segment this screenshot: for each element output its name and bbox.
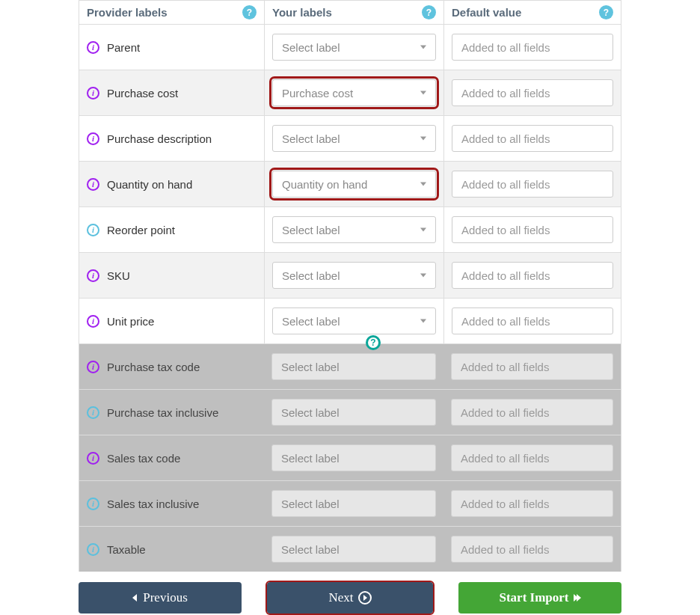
info-icon[interactable]: i [87, 87, 99, 100]
label-select: Select label [271, 490, 436, 517]
your-label-cell: Select label [264, 253, 443, 298]
label-select[interactable]: Select label [272, 216, 436, 243]
provider-label: Purchase cost [107, 87, 178, 100]
provider-label: Purchase tax inclusive [107, 406, 218, 419]
info-icon[interactable]: i [87, 498, 99, 510]
your-label-cell: Select label [264, 299, 443, 343]
help-icon[interactable]: ? [599, 5, 613, 19]
table-row: iReorder pointSelect label [79, 207, 621, 253]
info-icon[interactable]: i [87, 132, 99, 145]
start-import-button[interactable]: Start Import [458, 582, 621, 614]
chevron-down-icon [420, 319, 426, 323]
default-value-input[interactable] [452, 34, 613, 61]
provider-label: Unit price [107, 315, 154, 328]
provider-label: Quantity on hand [107, 178, 192, 191]
label-select[interactable]: Select label [272, 262, 436, 289]
label-select[interactable]: Purchase cost [272, 79, 436, 106]
label-select: Select label [271, 353, 436, 380]
your-label-cell: Quantity on hand [264, 162, 443, 206]
provider-label-cell: iPurchase description [79, 116, 264, 161]
label-select[interactable]: Quantity on hand [272, 171, 436, 198]
arrow-left-icon [132, 590, 138, 605]
default-value-cell [443, 344, 621, 389]
chevron-down-icon [420, 91, 426, 95]
provider-label-cell: iPurchase tax code [79, 344, 264, 389]
chevron-down-icon [420, 228, 426, 232]
table-row: iPurchase costPurchase cost [79, 70, 621, 116]
info-icon[interactable]: i [87, 315, 99, 328]
provider-label-cell: iTaxable [79, 527, 264, 572]
provider-label-cell: iUnit price [79, 299, 264, 343]
provider-label-cell: iPurchase cost [79, 70, 264, 115]
help-icon[interactable]: ? [422, 5, 436, 19]
info-icon[interactable]: i [87, 452, 99, 465]
chevron-down-icon [420, 183, 426, 186]
default-value-input[interactable] [452, 125, 613, 152]
provider-label-cell: iReorder point [79, 207, 264, 252]
your-label-cell: Select label [264, 25, 443, 70]
default-value-input[interactable] [452, 308, 613, 334]
table-row: iSKUSelect label [79, 253, 621, 299]
label-select[interactable]: Select label [272, 34, 436, 61]
chevron-down-icon [420, 137, 426, 141]
select-value: Select label [281, 361, 340, 373]
info-icon[interactable]: i [87, 406, 99, 419]
info-icon[interactable]: i [87, 41, 99, 54]
default-value-cell [443, 25, 621, 70]
select-value: Quantity on hand [282, 178, 367, 191]
default-value-cell [443, 116, 621, 161]
provider-label: Sales tax code [107, 452, 180, 465]
default-value-cell [443, 481, 621, 526]
info-icon[interactable]: i [87, 224, 99, 236]
default-value-cell [443, 390, 621, 435]
select-value: Select label [282, 132, 340, 145]
table-row: iTaxableSelect label [79, 527, 621, 572]
default-value-input[interactable] [452, 262, 613, 289]
info-icon[interactable]: i [87, 269, 99, 282]
header-provider-labels: Provider labels ? [79, 1, 264, 24]
your-label-cell: Select label [264, 344, 443, 389]
your-label-cell: Select label [264, 390, 443, 435]
default-value-input[interactable] [452, 216, 613, 243]
header-default-value: Default value ? [443, 1, 621, 24]
provider-label-cell: iPurchase tax inclusive [79, 390, 264, 435]
default-value-input[interactable] [452, 171, 613, 198]
mapping-table: Provider labels ? Your labels ? Default … [79, 0, 621, 572]
info-icon[interactable]: i [87, 543, 99, 556]
select-value: Select label [282, 41, 340, 54]
provider-label-cell: iSKU [79, 253, 264, 298]
provider-label: Sales tax inclusive [107, 498, 199, 510]
provider-label: Purchase description [107, 132, 212, 145]
default-value-cell [443, 207, 621, 252]
provider-label: Parent [107, 41, 140, 54]
select-value: Select label [281, 498, 340, 510]
footer-buttons: Previous Next Start Import [79, 582, 621, 614]
your-label-cell: Select label [264, 207, 443, 252]
label-select: Select label [271, 444, 436, 471]
header-your-labels: Your labels ? [264, 1, 443, 24]
arrow-right-circle-icon [358, 591, 372, 605]
provider-label-cell: iQuantity on hand [79, 162, 264, 206]
previous-button[interactable]: Previous [79, 582, 242, 614]
next-button[interactable]: Next [267, 582, 433, 614]
label-select: Select label [271, 399, 436, 426]
default-value-input [451, 444, 613, 471]
default-value-cell [443, 253, 621, 298]
default-value-cell [443, 527, 621, 572]
table-row: iSales tax inclusiveSelect label [79, 481, 621, 527]
select-value: Select label [281, 406, 340, 419]
your-label-cell: Select label [264, 527, 443, 572]
provider-label-cell: iSales tax inclusive [79, 481, 264, 526]
label-select[interactable]: Select label [272, 308, 436, 334]
default-value-input[interactable] [452, 79, 613, 106]
info-icon[interactable]: i [87, 361, 99, 373]
table-row: iPurchase descriptionSelect label [79, 116, 621, 162]
info-icon[interactable]: i [87, 178, 99, 191]
table-row: iSales tax codeSelect label [79, 435, 621, 481]
chevron-down-icon [420, 274, 426, 278]
select-value: Select label [281, 543, 340, 556]
help-icon[interactable]: ? [242, 5, 257, 19]
label-select[interactable]: Select label [272, 125, 436, 152]
provider-label: SKU [107, 269, 130, 282]
select-value: Select label [282, 269, 340, 282]
